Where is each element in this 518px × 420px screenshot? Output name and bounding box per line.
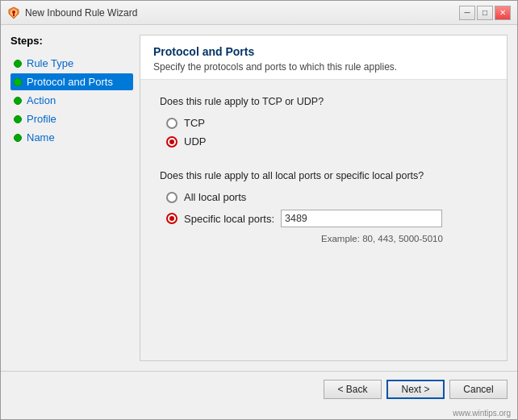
window-title: New Inbound Rule Wizard bbox=[25, 7, 137, 19]
next-button[interactable]: Next > bbox=[386, 380, 445, 399]
step-label-rule-type: Rule Type bbox=[27, 57, 73, 69]
svg-rect-3 bbox=[13, 14, 15, 16]
step-label-profile: Profile bbox=[27, 113, 56, 125]
minimize-button[interactable]: ─ bbox=[459, 6, 475, 20]
sidebar-item-rule-type[interactable]: Rule Type bbox=[10, 55, 133, 72]
ports-radio-group: All local ports Specific local ports: bbox=[166, 191, 487, 227]
close-button[interactable]: ✕ bbox=[495, 6, 511, 20]
all-ports-label: All local ports bbox=[184, 191, 246, 203]
specific-ports-row: Specific local ports: bbox=[184, 210, 442, 227]
steps-title: Steps: bbox=[10, 35, 133, 47]
step-dot-name bbox=[14, 134, 22, 142]
watermark: www.wintips.org bbox=[1, 407, 517, 419]
tcp-label: TCP bbox=[184, 117, 205, 129]
sidebar-item-action[interactable]: Action bbox=[10, 92, 133, 109]
radio-item-udp[interactable]: UDP bbox=[166, 135, 487, 148]
sidebar: Steps: Rule Type Protocol and Ports Acti… bbox=[10, 35, 140, 361]
back-button[interactable]: < Back bbox=[324, 380, 382, 399]
sidebar-item-name[interactable]: Name bbox=[10, 129, 133, 146]
step-dot-protocol-ports bbox=[14, 78, 22, 86]
example-text: Example: 80, 443, 5000-5010 bbox=[321, 234, 487, 243]
port-input[interactable] bbox=[281, 210, 442, 227]
step-label-action: Action bbox=[27, 94, 56, 106]
radio-udp[interactable] bbox=[166, 136, 178, 148]
radio-item-all-ports[interactable]: All local ports bbox=[166, 191, 487, 203]
panel-body: Does this rule apply to TCP or UDP? TCP … bbox=[140, 80, 507, 360]
wizard-window: New Inbound Rule Wizard ─ □ ✕ Steps: Rul… bbox=[0, 0, 518, 420]
cancel-button[interactable]: Cancel bbox=[449, 380, 508, 399]
footer: < Back Next > Cancel bbox=[1, 371, 517, 407]
radio-tcp[interactable] bbox=[166, 118, 178, 129]
specific-ports-label: Specific local ports: bbox=[184, 213, 274, 225]
svg-point-2 bbox=[12, 10, 15, 14]
radio-specific-ports[interactable] bbox=[166, 213, 178, 224]
step-dot-profile bbox=[14, 115, 22, 123]
radio-all-ports[interactable] bbox=[166, 192, 178, 203]
protocol-radio-group: TCP UDP bbox=[166, 117, 487, 148]
wizard-icon bbox=[7, 6, 20, 19]
question-protocol: Does this rule apply to TCP or UDP? bbox=[160, 96, 487, 107]
step-label-protocol-ports: Protocol and Ports bbox=[27, 76, 113, 88]
maximize-button[interactable]: □ bbox=[477, 6, 493, 20]
main-panel: Protocol and Ports Specify the protocols… bbox=[140, 35, 508, 361]
sidebar-item-protocol-ports[interactable]: Protocol and Ports bbox=[10, 73, 133, 90]
panel-subtitle: Specify the protocols and ports to which… bbox=[153, 61, 494, 73]
radio-item-specific-ports[interactable]: Specific local ports: bbox=[166, 210, 487, 227]
title-controls: ─ □ ✕ bbox=[459, 6, 511, 20]
step-dot-action bbox=[14, 97, 22, 105]
main-content: Steps: Rule Type Protocol and Ports Acti… bbox=[1, 25, 517, 371]
title-bar: New Inbound Rule Wizard ─ □ ✕ bbox=[1, 1, 517, 25]
radio-item-tcp[interactable]: TCP bbox=[166, 117, 487, 129]
step-dot-rule-type bbox=[14, 60, 22, 68]
question-ports: Does this rule apply to all local ports … bbox=[160, 170, 487, 181]
title-bar-left: New Inbound Rule Wizard bbox=[7, 6, 137, 19]
divider bbox=[160, 154, 487, 170]
step-label-name: Name bbox=[27, 131, 55, 143]
panel-title: Protocol and Ports bbox=[153, 45, 494, 58]
sidebar-item-profile[interactable]: Profile bbox=[10, 110, 133, 127]
udp-label: UDP bbox=[184, 135, 206, 148]
panel-header: Protocol and Ports Specify the protocols… bbox=[140, 35, 507, 80]
